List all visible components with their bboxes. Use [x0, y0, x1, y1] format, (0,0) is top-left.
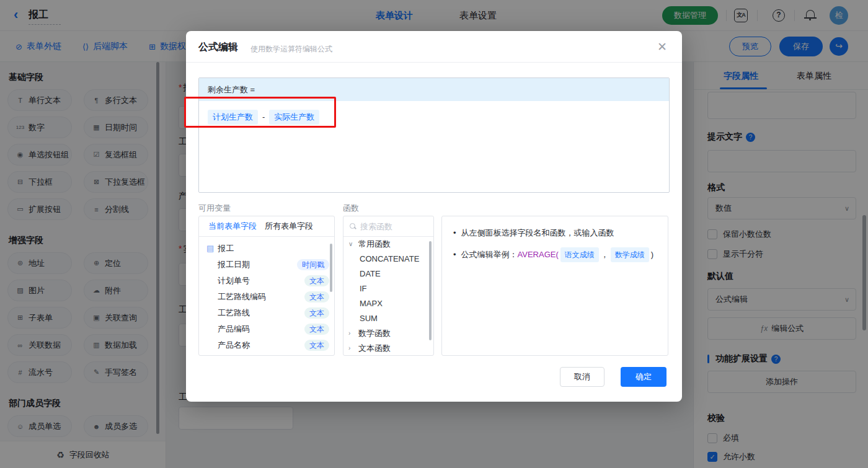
formula-editor[interactable]: 剩余生产数 = 计划生产数-实际生产数	[198, 77, 670, 193]
example-field-chip: 数学成绩	[611, 247, 649, 262]
function-search-input[interactable]	[360, 222, 422, 231]
divider	[186, 62, 682, 63]
type-badge: 文本	[304, 324, 329, 335]
variable-row[interactable]: 工艺路线编码 文本	[199, 289, 334, 305]
variable-row[interactable]: 计划单号 文本	[199, 273, 334, 289]
operator-minus: -	[262, 112, 265, 121]
example-field-chip: 语文成绩	[560, 247, 599, 262]
variable-rows: 报工日期 时间戳 计划单号 文本 工艺路线编码 文本	[199, 257, 334, 353]
chevron-right-icon: ›	[348, 341, 355, 356]
example-function-name: AVERAGE(	[518, 250, 559, 259]
function-item[interactable]: DATE	[343, 267, 433, 281]
dialog-subtitle: 使用数学运算符编辑公式	[250, 44, 332, 55]
variable-row[interactable]: 产品编码 文本	[199, 321, 334, 337]
function-items: CONCATENATE DATE IF MAPX SUM	[343, 252, 433, 326]
help-tip-1: •从左侧面板选择字段名和函数，或输入函数	[453, 226, 657, 240]
formula-variable-chip[interactable]: 实际生产数	[269, 110, 319, 125]
functions-pane-label: 函数	[343, 203, 359, 214]
formula-edit-dialog: 公式编辑 使用数学运算符编辑公式 ✕ 剩余生产数 = 计划生产数-实际生产数 可…	[186, 31, 682, 402]
tree-root-form[interactable]: ▤报工	[199, 241, 334, 257]
type-badge: 文本	[304, 275, 329, 286]
variable-row[interactable]: 报工日期 时间戳	[199, 257, 334, 273]
variable-row[interactable]: 工艺路线 文本	[199, 305, 334, 321]
variable-row[interactable]: 产品名称 文本	[199, 337, 334, 353]
variables-tabs: 当前表单字段 所有表单字段	[199, 216, 334, 237]
type-badge: 文本	[304, 307, 329, 319]
function-group-text[interactable]: ›文本函数	[343, 341, 433, 356]
tab-all-form-fields[interactable]: 所有表单字段	[265, 221, 313, 232]
help-tip-2: •公式编辑举例：AVERAGE(语文成绩，数学成绩)	[453, 247, 657, 262]
formula-variable-chip[interactable]: 计划生产数	[208, 110, 258, 125]
variables-scrollbar[interactable]	[330, 244, 332, 292]
tab-current-form-fields[interactable]: 当前表单字段	[208, 221, 257, 232]
help-panel: •从左侧面板选择字段名和函数，或输入函数 •公式编辑举例：AVERAGE(语文成…	[441, 216, 668, 356]
type-badge: 时间戳	[297, 259, 329, 270]
formula-target: 剩余生产数 =	[199, 78, 669, 101]
variables-panel: 当前表单字段 所有表单字段 ▤报工 报工日期 时间戳 计划单号 文本	[198, 216, 335, 356]
close-icon[interactable]: ✕	[657, 40, 667, 54]
functions-panel: ∨常用函数 CONCATENATE DATE IF MAPX SUM ›数学函数…	[343, 216, 434, 356]
functions-scrollbar[interactable]	[429, 241, 432, 340]
chevron-down-icon: ∨	[348, 237, 355, 252]
confirm-button[interactable]: 确定	[621, 367, 666, 387]
function-group-math[interactable]: ›数学函数	[343, 326, 433, 341]
dialog-title: 公式编辑	[198, 41, 238, 54]
document-icon: ▤	[206, 241, 214, 257]
function-search[interactable]	[343, 216, 433, 237]
function-item[interactable]: SUM	[343, 311, 433, 326]
formula-body[interactable]: 计划生产数-实际生产数	[199, 101, 669, 133]
function-item[interactable]: CONCATENATE	[343, 252, 433, 267]
variables-tree: ▤报工 报工日期 时间戳 计划单号 文本	[199, 237, 334, 353]
type-badge: 文本	[304, 340, 329, 351]
function-item[interactable]: IF	[343, 281, 433, 296]
form-designer-screen: ‹ 报工 表单设计 表单设置 数据管理 文A ? 检 ⊘表单外链 ⟨⟩后端脚本 …	[0, 0, 868, 468]
function-group-common[interactable]: ∨常用函数	[343, 237, 433, 252]
cancel-button[interactable]: 取消	[560, 367, 604, 387]
function-item[interactable]: MAPX	[343, 296, 433, 311]
chevron-right-icon: ›	[348, 326, 355, 341]
type-badge: 文本	[304, 291, 329, 302]
variables-pane-label: 可用变量	[198, 203, 231, 214]
search-icon	[350, 223, 356, 229]
